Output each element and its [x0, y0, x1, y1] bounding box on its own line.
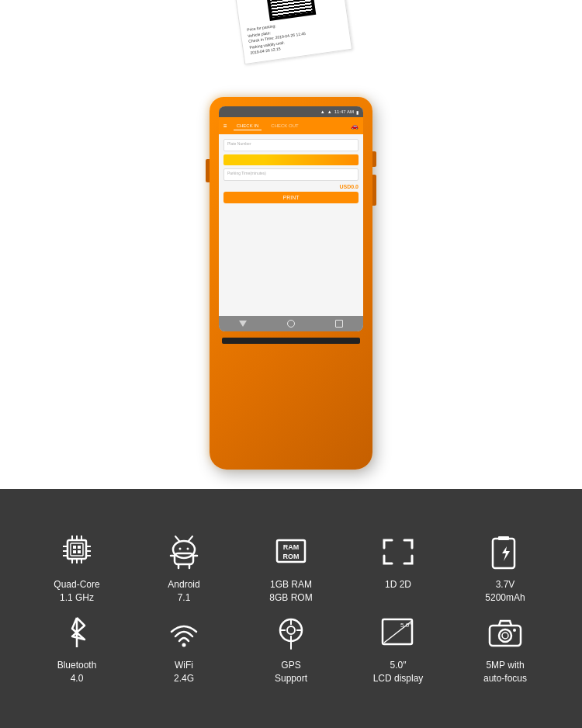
svg-rect-17 [78, 550, 81, 553]
product-section: 2019-04-26 11:45 No. 020 Price for parki… [0, 0, 582, 489]
recents-nav-icon[interactable] [335, 320, 343, 328]
device-body: ▲ ▲ 11:47 AM ▮ ≡ CHECK IN CHECK OUT 🚗 [210, 97, 372, 470]
cpu-icon [54, 532, 100, 572]
print-button[interactable]: PRINT [223, 192, 359, 203]
device-screen: ▲ ▲ 11:47 AM ▮ ≡ CHECK IN CHECK OUT 🚗 [219, 106, 363, 331]
app-bar: ≡ CHECK IN CHECK OUT 🚗 [219, 117, 363, 134]
battery-status-icon: ▮ [356, 109, 359, 115]
svg-point-33 [182, 643, 186, 647]
spec-barcode: 1D 2D [345, 532, 452, 605]
svg-point-45 [502, 633, 508, 639]
svg-point-46 [513, 629, 516, 632]
spec-battery: 3.7V5200mAh [452, 532, 559, 605]
svg-point-44 [499, 629, 511, 642]
svg-line-22 [189, 536, 192, 541]
receipt-qr [264, 0, 317, 21]
qr-pattern [267, 0, 313, 17]
spec-quad-core-label: Quad-Core1.1 GHz [54, 578, 99, 605]
spec-bluetooth-label: Bluetooth4.0 [57, 659, 97, 685]
spec-wifi-label: WiFi2.4G [174, 659, 194, 685]
back-nav-icon[interactable] [239, 321, 247, 327]
camera-icon [482, 612, 528, 653]
svg-text:ROM: ROM [283, 553, 300, 560]
spec-android-label: Android7.1 [168, 578, 199, 605]
side-button-right-1 [372, 151, 376, 167]
app-content: Plate Number Parking Time(minutes) USD0.… [219, 134, 363, 316]
svg-line-42 [384, 621, 412, 643]
spec-wifi: WiFi2.4G [130, 612, 237, 685]
screen-bezel: ▲ ▲ 11:47 AM ▮ ≡ CHECK IN CHECK OUT 🚗 [219, 106, 363, 331]
spec-gps: GPSSupport [237, 612, 345, 685]
spec-lcd-label: 5.0″LCD display [373, 659, 424, 685]
receipt: 2019-04-26 11:45 No. 020 Price for parki… [230, 0, 352, 64]
spec-bluetooth: Bluetooth4.0 [23, 612, 130, 685]
wifi-icon [161, 612, 207, 653]
price-row: USD0.0 [223, 184, 359, 189]
side-button-right-2 [372, 175, 376, 206]
spec-barcode-label: 1D 2D [385, 578, 411, 591]
nav-bar [219, 316, 363, 331]
color-indicator-bar [223, 154, 359, 165]
svg-rect-1 [71, 543, 83, 556]
tab-check-out[interactable]: CHECK OUT [268, 122, 301, 130]
svg-rect-14 [73, 546, 76, 549]
printer-slot [222, 338, 360, 344]
side-button-left [206, 159, 210, 182]
plate-number-input[interactable]: Plate Number [223, 139, 359, 151]
lcd-icon: 5.0″ [375, 612, 421, 653]
svg-rect-15 [78, 546, 81, 549]
price-value: USD0.0 [339, 184, 359, 189]
home-nav-icon[interactable] [287, 320, 295, 328]
svg-point-20 [187, 548, 189, 550]
svg-point-35 [287, 626, 295, 634]
spec-gps-label: GPSSupport [275, 659, 307, 685]
spec-battery-label: 3.7V5200mAh [485, 578, 525, 605]
time-display: 11:47 AM [334, 109, 354, 114]
svg-rect-16 [73, 550, 76, 553]
spec-ram-rom: RAM ROM 1GB RAM8GB ROM [237, 532, 345, 605]
android-icon [161, 532, 207, 572]
device-wrapper: 2019-04-26 11:45 No. 020 Price for parki… [151, 35, 431, 470]
ram-icon: RAM ROM [268, 532, 314, 572]
status-bar: ▲ ▲ 11:47 AM ▮ [219, 106, 363, 117]
menu-icon: ≡ [223, 123, 227, 130]
svg-point-18 [173, 541, 195, 558]
spec-lcd: 5.0″ 5.0″LCD display [345, 612, 452, 685]
specs-grid: Quad-Core1.1 GHz [23, 532, 559, 685]
spec-camera: 5MP withauto-focus [452, 612, 559, 685]
battery-icon [482, 532, 528, 572]
spec-ram-label: 1GB RAM8GB ROM [269, 578, 312, 605]
specs-section: Quad-Core1.1 GHz [0, 489, 582, 728]
barcode-scanner-icon [375, 532, 421, 572]
svg-point-19 [179, 548, 182, 550]
wifi-status-icon: ▲ [320, 109, 325, 114]
svg-line-21 [175, 536, 179, 541]
signal-icon: ▲ [327, 109, 332, 114]
spec-camera-label: 5MP withauto-focus [483, 659, 527, 685]
car-icon: 🚗 [351, 123, 359, 130]
gps-icon [268, 612, 314, 653]
svg-text:RAM: RAM [283, 543, 300, 551]
tab-check-in[interactable]: CHECK IN [234, 122, 262, 130]
spec-android: Android7.1 [130, 532, 237, 605]
parking-time-input[interactable]: Parking Time(minutes) [223, 168, 359, 181]
svg-rect-32 [498, 536, 509, 540]
spec-quad-core: Quad-Core1.1 GHz [23, 532, 130, 605]
bluetooth-icon [54, 612, 100, 653]
